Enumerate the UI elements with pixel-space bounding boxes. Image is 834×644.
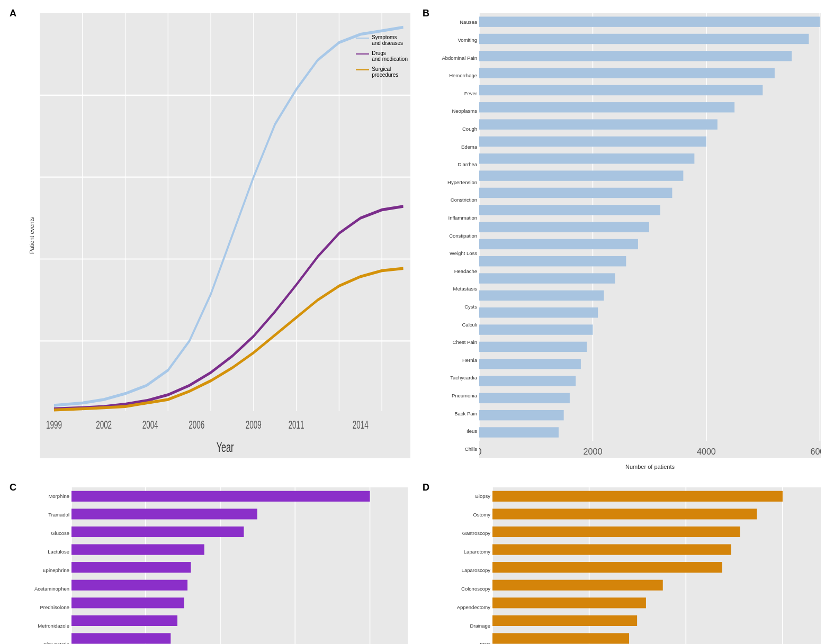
panel-d-labels: Biopsy Ostomy Gastroscopy Laparotomy Lap… <box>421 487 492 645</box>
label-glucose: Glucose <box>8 530 69 536</box>
svg-rect-45 <box>479 273 615 283</box>
svg-rect-68 <box>71 544 204 555</box>
svg-rect-106 <box>492 597 646 608</box>
panel-c-bars: 0 1000 2000 3000 4000 Number of patients <box>71 487 408 645</box>
svg-rect-70 <box>71 579 187 590</box>
svg-rect-48 <box>479 324 593 334</box>
label-colonoscopy: Colonoscopy <box>421 586 490 592</box>
legend-line-symptoms <box>356 38 369 39</box>
svg-rect-43 <box>479 239 638 249</box>
panel-d: D Biopsy Ostomy Gastroscopy Laparotomy L… <box>418 479 829 645</box>
legend-label-surgical: Surgicalprocedures <box>372 66 398 78</box>
label-morphine: Morphine <box>8 493 69 499</box>
label-metronidazole: Metronidazole <box>8 623 69 629</box>
label-hernia: Hernia <box>421 357 477 363</box>
legend-item-drugs: Drugsand medication <box>356 50 408 62</box>
svg-rect-42 <box>479 222 649 232</box>
svg-rect-34 <box>479 85 763 95</box>
label-tramadol: Tramadol <box>8 512 69 518</box>
svg-rect-104 <box>492 562 722 573</box>
panel-b-bars: 0 2000 4000 6000 Number of patients <box>479 13 821 458</box>
label-acetaminophen: Acetaminophen <box>8 586 69 592</box>
panel-b: B Nausea Vomiting Abdominal Pain Hemorrh… <box>418 5 829 477</box>
svg-text:2011: 2011 <box>289 418 304 431</box>
svg-rect-25 <box>479 13 821 458</box>
svg-rect-41 <box>479 205 660 215</box>
label-ileus: Ileus <box>421 428 477 434</box>
svg-rect-100 <box>492 491 783 501</box>
panel-b-svg: 0 2000 4000 6000 <box>479 13 821 458</box>
legend-label-drugs: Drugsand medication <box>372 50 408 62</box>
label-inflammation: Inflammation <box>421 215 477 221</box>
svg-rect-31 <box>479 34 809 44</box>
panel-d-svg: 0 1000 2000 3000 <box>492 487 821 645</box>
svg-rect-103 <box>492 544 731 555</box>
svg-rect-53 <box>479 410 564 420</box>
label-hemorrhage: Hemorrhage <box>421 72 477 78</box>
panel-b-x-axis: Number of patients <box>625 464 675 470</box>
svg-text:1999: 1999 <box>46 418 62 431</box>
svg-rect-32 <box>479 51 792 61</box>
svg-text:2006: 2006 <box>189 418 204 431</box>
label-prednisolone: Prednisolone <box>8 604 69 610</box>
legend-label-symptoms: Symptomsand diseases <box>372 34 403 46</box>
panel-b-labels: Nausea Vomiting Abdominal Pain Hemorrhag… <box>421 13 479 458</box>
svg-rect-40 <box>479 188 672 198</box>
svg-rect-51 <box>479 376 576 386</box>
svg-rect-54 <box>479 427 559 437</box>
svg-rect-36 <box>479 119 718 129</box>
label-fever: Fever <box>421 90 477 96</box>
label-drainage: Drainage <box>421 623 490 629</box>
svg-rect-72 <box>71 615 177 625</box>
svg-rect-49 <box>479 342 587 352</box>
label-laparoscopy: Laparoscopy <box>421 567 490 573</box>
label-lactulose: Lactulose <box>8 549 69 555</box>
label-biopsy: Biopsy <box>421 493 490 499</box>
label-gastroscopy: Gastroscopy <box>421 530 490 536</box>
legend-line-surgical <box>356 69 369 70</box>
svg-rect-44 <box>479 256 626 266</box>
label-tachycardia: Tachycardia <box>421 375 477 380</box>
label-vomiting: Vomiting <box>421 37 477 43</box>
panel-a: A Patient events <box>5 5 416 477</box>
svg-text:2002: 2002 <box>96 418 112 431</box>
legend-item-symptoms: Symptomsand diseases <box>356 34 408 46</box>
svg-rect-105 <box>492 579 663 590</box>
svg-text:2000: 2000 <box>584 447 603 456</box>
label-simvastatin: Simvastatin <box>8 641 69 644</box>
svg-rect-46 <box>479 291 604 301</box>
label-calculi: Calculi <box>421 322 477 328</box>
svg-rect-33 <box>479 68 775 78</box>
panel-c-labels: Morphine Tramadol Glucose Lactulose Epin… <box>8 487 71 645</box>
svg-rect-108 <box>492 633 629 643</box>
svg-rect-102 <box>492 526 740 537</box>
panel-a-label: A <box>10 8 16 19</box>
label-constipation: Constipation <box>421 233 477 239</box>
svg-rect-38 <box>479 153 694 164</box>
panel-c-svg: 0 1000 2000 3000 4000 <box>71 487 408 645</box>
svg-rect-71 <box>71 597 184 608</box>
svg-rect-101 <box>492 509 757 519</box>
svg-text:4000: 4000 <box>697 447 716 456</box>
label-hypertension: Hypertension <box>421 179 477 185</box>
label-diarrhea: Diarrhea <box>421 161 477 167</box>
label-chestpain: Chest Pain <box>421 339 477 345</box>
label-erc: ERC <box>421 641 490 644</box>
svg-rect-0 <box>40 13 410 458</box>
svg-rect-39 <box>479 170 683 180</box>
svg-rect-69 <box>71 562 191 573</box>
svg-rect-73 <box>71 633 171 643</box>
svg-text:2004: 2004 <box>142 418 158 431</box>
svg-rect-30 <box>479 16 820 26</box>
label-epinephrine: Epinephrine <box>8 567 69 573</box>
panel-d-bars: 0 1000 2000 3000 Number of patients <box>492 487 821 645</box>
label-edema: Edema <box>421 144 477 150</box>
svg-rect-47 <box>479 307 598 318</box>
svg-rect-50 <box>479 359 581 369</box>
svg-text:0: 0 <box>479 447 482 456</box>
svg-text:Year: Year <box>217 439 234 455</box>
panel-a-y-axis: Patient events <box>29 217 35 254</box>
label-ostomy: Ostomy <box>421 512 490 518</box>
svg-text:2009: 2009 <box>246 418 262 431</box>
svg-text:2014: 2014 <box>353 418 369 431</box>
